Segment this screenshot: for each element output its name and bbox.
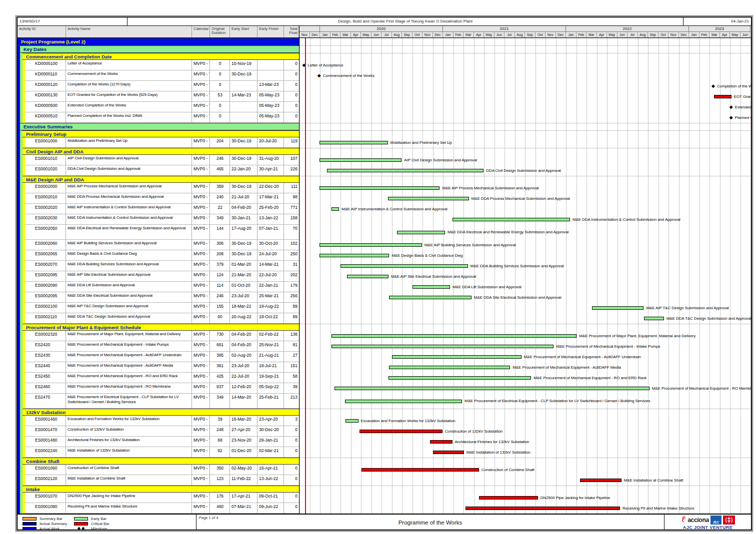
row-table-section: KD0000120Completion of the Works (1170 D… — [18, 81, 300, 91]
cell-activity-id: ES0001480 — [25, 437, 66, 447]
cell-activity-id: ES2430 — [25, 352, 66, 362]
gantt-bar-label: Extended Completion of the Works — [735, 105, 751, 110]
timeline-month-cell: Dec — [556, 32, 566, 37]
cell-early-start: 07-Mar-21 — [230, 503, 258, 514]
legend-item: Critical Bar — [74, 521, 110, 526]
timeline-month-cell: Jan — [443, 32, 454, 37]
early-bar — [392, 355, 522, 359]
cell-early-start: 21-Mar-20 — [230, 271, 258, 282]
gantt-bar-label: DDA Civil Design Submission and Approval — [486, 168, 560, 173]
timeline-month-cell: Mar — [710, 32, 720, 37]
table-row: KD0000100Letter of AcceptanceMVP0 - 7015… — [18, 60, 751, 70]
data-date-line — [305, 38, 306, 514]
cell-early-finish: 24-Jul-20 — [258, 250, 284, 261]
cell-early-finish: 13-Mar-23 — [258, 81, 284, 91]
cell-activity-name: EOT Granted for Completion of the Works … — [66, 91, 192, 102]
cell-early-start: 30-Jan-21 — [230, 214, 258, 225]
legend-item: Early Bar — [74, 516, 110, 521]
cell-activity-id: ES0002020 — [25, 204, 66, 214]
row-table-section: ES0001020DDA Civil Design Submission and… — [18, 165, 300, 176]
timeline-month-cell: Jul — [628, 32, 638, 37]
cell-total-float: 0 — [284, 493, 299, 503]
table-row: ES0002000M&E AIP Process Mechanical Subm… — [18, 183, 751, 193]
cell-activity-name: M&E Procurement of Major Plant, Equipmen… — [66, 331, 192, 341]
timeline-month-cell: Nov — [422, 32, 433, 37]
col-activity-name: Activity Name — [66, 26, 192, 37]
row-table-section: ES0002120M&E Installation at Combine Sha… — [18, 475, 300, 486]
document-title: Programme of the Works — [196, 520, 664, 526]
cell-activity-id: ES0002240 — [25, 447, 66, 458]
timeline-year-cell — [300, 26, 320, 32]
cell-early-start: 02-May-20 — [230, 465, 258, 475]
table-row: ES0002320M&E Procurement of Major Plant,… — [18, 331, 751, 341]
row-table-section: Intake — [18, 486, 300, 493]
row-chart-section: M&E AIP Site Electrical Submission and A… — [300, 271, 751, 282]
cell-total-float: 107 — [284, 155, 299, 165]
cell-activity-id: ES2450 — [25, 373, 66, 383]
gantt-bar-label: M&E AIP Site Electrical Submission and A… — [391, 274, 476, 279]
row-chart-section: M&E AIP Process Mechanical Submission an… — [300, 183, 751, 193]
col-activity-id: Activity ID — [18, 26, 66, 37]
cell-early-start: 02-Aug-20 — [230, 352, 258, 362]
cell-total-float: 250 — [284, 250, 299, 261]
cell-calendar: MVP0 - 7 — [192, 250, 210, 261]
section-band-level1: Project Programme (Level 2) — [18, 38, 299, 45]
table-row: ES2470M&E Procurement of Electrical Equi… — [18, 394, 751, 409]
table-row: ES0002095M&E DDA Site Electrical Submiss… — [18, 292, 751, 303]
timeline-months: NovDecJanFebMarAprMayJunJulAugSepOctNovD… — [300, 32, 751, 37]
cell-early-finish: 25-Feb-21 — [258, 394, 284, 409]
row-chart-section: M&E DDA T&C Design Submission and Approv… — [300, 313, 751, 324]
section-band-level3: 132kV Substation — [22, 409, 299, 416]
row-chart-section: M&E Procurement of Electrical Equipment … — [300, 394, 751, 409]
page-footer: Summary BarActual SummaryActual WorkEarl… — [18, 514, 751, 531]
acciona-logo-icon — [680, 516, 686, 525]
section-band-row: Preliminary Setup — [18, 130, 751, 137]
table-row: ES0002090M&E DDA Lift Submission and App… — [18, 282, 751, 292]
cell-early-finish: 31-Aug-20 — [258, 155, 284, 165]
row-table-section: KD0000110Commencement of the WorksMVP0 -… — [18, 70, 300, 81]
cell-early-start: 30-Dec-19 — [230, 183, 258, 193]
timeline-month-cell: Sep — [525, 32, 536, 37]
cell-activity-name: M&E Procurement of Mechanical Equipment … — [66, 341, 192, 352]
cell-activity-name: Commencement of the Works — [66, 70, 192, 81]
row-chart-section: Construction of 132kV Substation — [300, 426, 751, 437]
contract-reference: 13/WSD/17 — [18, 17, 128, 25]
cell-total-float: 81 — [284, 341, 299, 352]
timeline-month-cell: Feb — [700, 32, 710, 37]
cell-total-float: 89 — [284, 313, 299, 324]
cell-calendar: MVP0 - 7 — [192, 271, 210, 282]
row-table-section: Preliminary Setup — [18, 130, 300, 137]
early-bar — [320, 186, 440, 190]
table-row: ES0002030M&E DDA Instrumentation & Contr… — [18, 214, 751, 225]
cell-early-start: 21-Jul-20 — [230, 193, 258, 204]
cell-original-duration: 306 — [210, 240, 230, 250]
cell-early-start: 22-Jul-20 — [230, 373, 258, 383]
row-chart-section: Receiving Pit and Marine Intake Structur… — [300, 503, 751, 514]
legend-label: Milestone — [91, 527, 107, 531]
cell-early-finish: 18-Jul-21 — [258, 362, 284, 373]
legend-column: Summary BarActual SummaryActual Work — [22, 516, 67, 531]
cell-calendar: MVP0 - 7 — [192, 331, 210, 341]
table-row: ES0001480Architectural Finishes for 132k… — [18, 437, 751, 447]
cell-original-duration: 361 — [210, 362, 230, 373]
table-row: ES0002020M&E AIP Instrumentation & Contr… — [18, 204, 751, 214]
cell-original-duration: 124 — [210, 271, 230, 282]
cell-total-float: 111 — [284, 183, 299, 193]
row-chart-section: M&E Installation of 132kV Substation — [300, 447, 751, 458]
cell-original-duration: 0 — [210, 70, 230, 81]
cell-activity-name: Completion of the Works (1170 Days) — [66, 81, 192, 91]
gantt-bar-label: Commencement of the Works — [323, 73, 374, 78]
cell-total-float: 102 — [284, 240, 299, 250]
gantt-bar-label: M&E Procurement of Electrical Equipment … — [464, 399, 650, 404]
row-table-section: ES0001070DN2500 Pipe Jacking for Intake … — [18, 493, 300, 503]
timeline-month-cell: Aug — [392, 32, 402, 37]
gantt-bar-label: Construction of 132kV Substation — [445, 429, 503, 434]
timeline-month-cell: May — [361, 32, 372, 37]
cell-activity-name: M&E Procurement of Mechanical Equipment … — [66, 352, 192, 362]
cell-activity-name: Construction of Combine Shaft — [66, 465, 192, 475]
row-table-section: ES0001470Construction of 132kV Substatio… — [18, 426, 300, 437]
cell-early-finish: 16-Apr-21 — [258, 465, 284, 475]
early-bar — [412, 285, 450, 289]
row-chart-section: M&E Procurement of Major Plant, Equipmen… — [300, 331, 751, 341]
row-table-section: ES0001000Mobilization and Preliminary Se… — [18, 137, 300, 148]
